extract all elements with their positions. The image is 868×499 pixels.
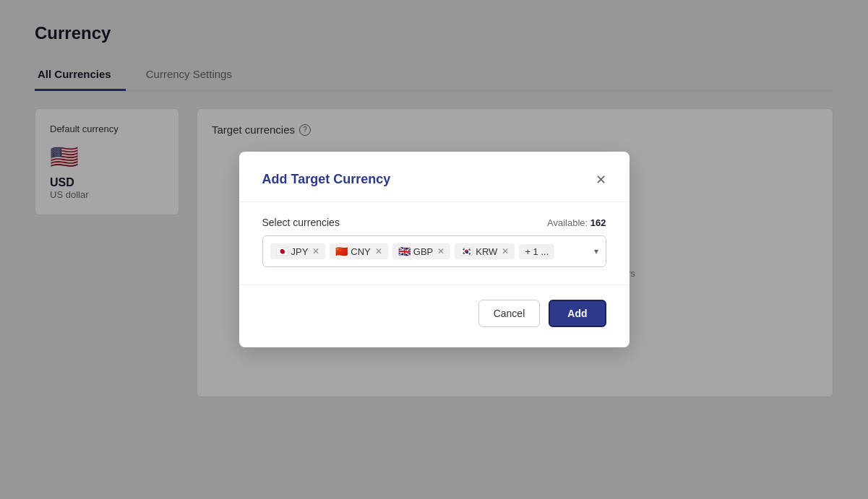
cny-code: CNY — [351, 246, 370, 257]
select-label-row: Select currencies Available: 162 — [262, 217, 606, 228]
modal-header-divider — [239, 201, 629, 202]
modal-close-button[interactable]: ✕ — [596, 173, 606, 186]
gbp-flag: 🇬🇧 — [398, 246, 411, 257]
modal-title: Add Target Currency — [262, 172, 391, 187]
currency-tag-cny[interactable]: 🇨🇳 CNY ✕ — [330, 243, 387, 259]
cny-flag: 🇨🇳 — [335, 246, 348, 257]
currency-tag-gbp[interactable]: 🇬🇧 GBP ✕ — [392, 243, 450, 259]
modal-overlay: Add Target Currency ✕ Select currencies … — [0, 0, 868, 499]
currency-tag-jpy[interactable]: 🇯🇵 JPY ✕ — [270, 243, 326, 259]
cancel-button[interactable]: Cancel — [478, 300, 541, 327]
modal-actions: Cancel Add — [262, 300, 606, 327]
krw-code: KRW — [476, 246, 497, 257]
jpy-code: JPY — [291, 246, 309, 257]
krw-flag: 🇰🇷 — [460, 246, 473, 257]
jpy-remove[interactable]: ✕ — [312, 246, 319, 256]
more-currencies-tag[interactable]: + 1 ... — [519, 244, 554, 259]
cny-remove[interactable]: ✕ — [375, 246, 382, 256]
jpy-flag: 🇯🇵 — [276, 246, 288, 257]
modal-footer-divider — [239, 285, 629, 285]
add-button[interactable]: Add — [549, 300, 606, 327]
gbp-remove[interactable]: ✕ — [437, 246, 444, 256]
select-currencies-label: Select currencies — [262, 217, 340, 228]
dropdown-arrow-icon[interactable]: ▾ — [594, 246, 598, 256]
add-target-currency-modal: Add Target Currency ✕ Select currencies … — [239, 152, 629, 347]
modal-header: Add Target Currency ✕ — [262, 172, 606, 187]
available-count: Available: 162 — [547, 217, 606, 228]
currency-tag-krw[interactable]: 🇰🇷 KRW ✕ — [455, 243, 515, 259]
krw-remove[interactable]: ✕ — [502, 246, 509, 256]
gbp-code: GBP — [413, 246, 433, 257]
currency-select-box[interactable]: 🇯🇵 JPY ✕ 🇨🇳 CNY ✕ 🇬🇧 GBP ✕ 🇰🇷 KRW — [262, 235, 606, 267]
